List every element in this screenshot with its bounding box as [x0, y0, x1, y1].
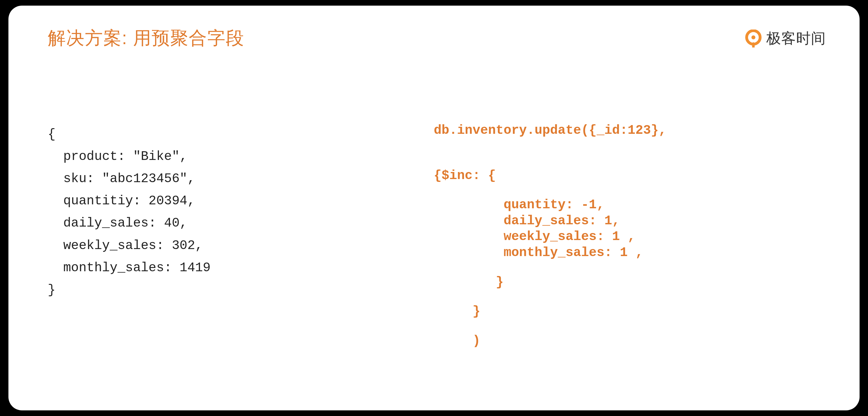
- code-document-example: { product: "Bike", sku: "abc123456", qua…: [48, 123, 406, 301]
- code-line: monthly_sales: 1419: [48, 261, 211, 275]
- code-line: }: [434, 275, 826, 290]
- code-line: {$inc: {: [434, 169, 826, 183]
- slide-content: { product: "Bike", sku: "abc123456", qua…: [48, 123, 826, 348]
- code-line: quantity: -1,: [434, 198, 826, 212]
- brand-logo: 极客时间: [744, 29, 826, 48]
- code-line: }: [434, 304, 826, 319]
- code-line: db.inventory.update({_id:123},: [434, 123, 826, 138]
- code-line: quantitiy: 20394,: [48, 194, 195, 208]
- code-line: product: "Bike",: [48, 149, 187, 164]
- code-line: sku: "abc123456",: [48, 172, 195, 186]
- code-line: weekly_sales: 1 ,: [434, 230, 826, 244]
- code-line: }: [48, 283, 56, 297]
- left-code-column: { product: "Bike", sku: "abc123456", qua…: [48, 123, 406, 348]
- slide-title: 解决方案: 用预聚合字段: [48, 26, 244, 50]
- slide-header: 解决方案: 用预聚合字段 极客时间: [48, 26, 826, 50]
- brand-text: 极客时间: [766, 29, 826, 48]
- slide-card: 解决方案: 用预聚合字段 极客时间 { product: "Bike", sku…: [8, 6, 860, 410]
- code-line: daily_sales: 1,: [434, 214, 826, 228]
- code-line: monthly_sales: 1 ,: [434, 246, 826, 260]
- right-code-column: db.inventory.update({_id:123}, {$inc: { …: [423, 123, 826, 348]
- code-line: daily_sales: 40,: [48, 216, 187, 231]
- brand-icon: [744, 30, 763, 48]
- svg-point-1: [751, 35, 755, 39]
- code-line: ): [434, 334, 826, 348]
- code-line: {: [48, 127, 56, 142]
- code-line: weekly_sales: 302,: [48, 238, 203, 253]
